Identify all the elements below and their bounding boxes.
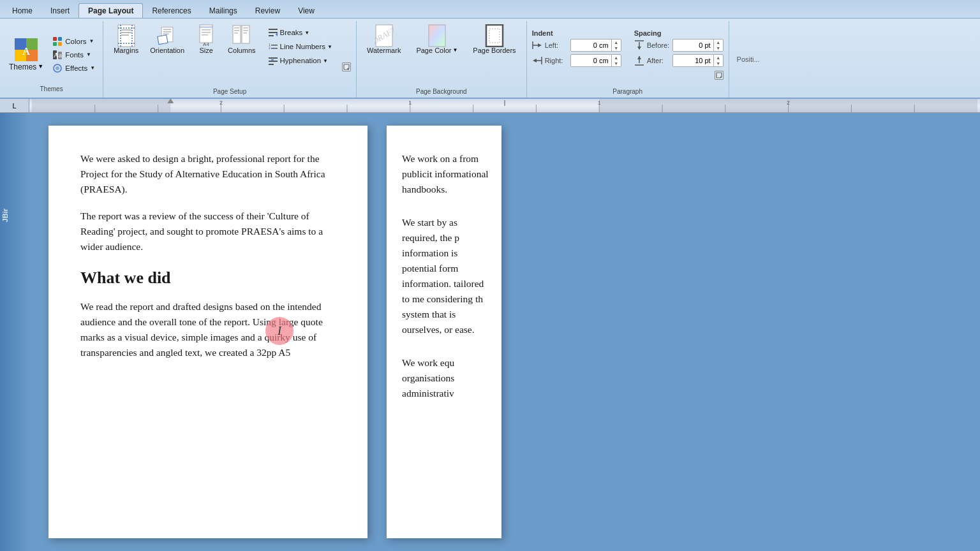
spacing-before-down[interactable]: ▼ (714, 45, 723, 51)
tab-insert[interactable]: Insert (41, 4, 78, 18)
spacing-after-icon (634, 55, 644, 66)
svg-text:A: A (22, 46, 30, 57)
spacing-before-icon (634, 40, 644, 50)
orientation-label: Orientation (150, 47, 184, 54)
ruler-corner[interactable]: L (0, 99, 29, 113)
watermark-button[interactable]: DRAFT Watermark (362, 24, 406, 56)
svg-rect-38 (234, 33, 238, 34)
indent-right-arrows[interactable]: ▲ ▼ (611, 55, 621, 66)
indent-left-arrows[interactable]: ▲ ▼ (611, 40, 621, 51)
document-page-1[interactable]: We were asked to design a bright, profes… (48, 126, 368, 538)
spacing-before-up[interactable]: ▲ (714, 40, 723, 45)
spacing-before-row: Before: 0 pt ▲ ▼ (634, 38, 724, 52)
themes-group: A Themes ▼ (0, 21, 103, 98)
pages-container[interactable]: We were asked to design a bright, profes… (29, 113, 980, 551)
page1-text: We were asked to design a bright, profes… (80, 151, 336, 254)
tab-page-layout[interactable]: Page Layout (78, 3, 143, 18)
page2-para1: We work on a from publicit informational… (402, 151, 489, 197)
tab-view[interactable]: View (289, 4, 323, 18)
indent-left-down[interactable]: ▼ (612, 45, 621, 51)
spacing-after-spinner[interactable]: 10 pt ▲ ▼ (672, 54, 724, 67)
indent-left-up[interactable]: ▲ (612, 40, 621, 45)
paragraph-dialog-launcher[interactable] (715, 71, 724, 80)
page-color-button[interactable]: Page Color ▼ (411, 24, 463, 56)
page-borders-label: Page Borders (473, 47, 516, 54)
svg-rect-48 (271, 45, 278, 46)
svg-rect-53 (271, 59, 274, 61)
svg-rect-60 (486, 25, 503, 47)
indent-left-label: Left: (545, 41, 568, 49)
page-borders-button[interactable]: Page Borders (468, 24, 521, 56)
breaks-button[interactable]: Breaks ▼ (265, 26, 336, 39)
hyphenation-button[interactable]: Hyphenation ▼ (265, 54, 336, 67)
page1-body-para: We read the report and drafted designs b… (80, 299, 336, 360)
spacing-before-value: 0 pt (673, 41, 713, 49)
svg-rect-5 (53, 37, 57, 41)
tab-review[interactable]: Review (246, 4, 289, 18)
tab-mailings[interactable]: Mailings (200, 4, 246, 18)
effects-button[interactable]: Effects ▼ (50, 62, 98, 75)
spacing-after-up[interactable]: ▲ (714, 55, 723, 61)
svg-rect-8 (58, 42, 62, 46)
spacing-after-arrows[interactable]: ▲ ▼ (713, 55, 723, 66)
margins-label: Margins (114, 47, 138, 54)
svg-rect-7 (53, 42, 57, 46)
page2-para2: We start by as required, the p informati… (402, 215, 489, 337)
indent-right-up[interactable]: ▲ (612, 55, 621, 61)
indent-title: Indent (532, 29, 621, 37)
indent-left-spinner[interactable]: 0 cm ▲ ▼ (570, 39, 621, 52)
fonts-button[interactable]: A a Fonts ▼ (50, 48, 98, 61)
indent-left-row: Left: 0 cm ▲ ▼ (532, 38, 621, 52)
svg-rect-36 (234, 27, 239, 29)
colors-button[interactable]: Colors ▼ (50, 35, 98, 48)
svg-rect-27 (158, 35, 168, 45)
svg-rect-43 (269, 32, 278, 33)
svg-rect-29 (200, 26, 212, 28)
size-button[interactable]: A4 Size (191, 24, 221, 56)
indent-left-value: 0 cm (571, 41, 611, 49)
orientation-button[interactable]: Orientation (145, 24, 189, 56)
svg-rect-39 (243, 27, 248, 29)
spacing-after-row: After: 10 pt ▲ ▼ (634, 54, 724, 68)
breaks-icon (268, 27, 278, 38)
svg-point-14 (56, 66, 59, 70)
svg-marker-63 (538, 43, 542, 47)
tab-references[interactable]: References (143, 4, 200, 18)
document-page-2[interactable]: We work on a from publicit informational… (387, 126, 501, 538)
page2-para3: We work equ organisations administrativ (402, 355, 489, 401)
tab-home[interactable]: Home (3, 4, 41, 18)
svg-rect-31 (202, 32, 211, 33)
ruler: L (0, 99, 980, 113)
page1-para2: The report was a review of the success o… (80, 209, 336, 254)
position-group: Positi... (729, 21, 768, 98)
position-group-label: Positi... (737, 55, 760, 63)
spacing-after-down[interactable]: ▼ (714, 61, 723, 66)
svg-rect-49 (271, 48, 278, 49)
indent-right-icon (532, 55, 542, 66)
svg-rect-21 (121, 32, 131, 33)
svg-text:|: | (504, 99, 506, 106)
themes-button[interactable]: A Themes ▼ (5, 37, 47, 73)
spacing-before-arrows[interactable]: ▲ ▼ (713, 40, 723, 51)
svg-text:a: a (59, 52, 62, 59)
watermark-label: Watermark (367, 47, 401, 54)
margins-button[interactable]: Margins (108, 24, 144, 56)
page-setup-group-label: Page Setup (213, 88, 246, 98)
line-numbers-button[interactable]: 1 2 Line Numbers ▼ (265, 40, 336, 53)
indent-right-down[interactable]: ▼ (612, 61, 621, 66)
spacing-after-label: After: (647, 57, 670, 64)
page-setup-dialog-launcher[interactable] (342, 62, 351, 71)
indent-right-value: 0 cm (571, 57, 611, 64)
spacing-after-value: 10 pt (673, 57, 713, 64)
indent-right-spinner[interactable]: 0 cm ▲ ▼ (570, 54, 621, 67)
page-color-label: Page Color (416, 47, 451, 54)
themes-label: Themes (9, 62, 36, 71)
breaks-col: Breaks ▼ 1 2 Line Numbers ▼ (262, 24, 339, 70)
columns-button[interactable]: Columns (223, 24, 260, 56)
fonts-icon: A a (52, 50, 63, 60)
svg-rect-59 (429, 25, 445, 47)
page-background-group-label: Page Background (416, 88, 467, 98)
svg-marker-66 (533, 59, 537, 62)
spacing-section: Spacing Before: 0 pt (634, 29, 724, 68)
spacing-before-spinner[interactable]: 0 pt ▲ ▼ (672, 39, 724, 52)
